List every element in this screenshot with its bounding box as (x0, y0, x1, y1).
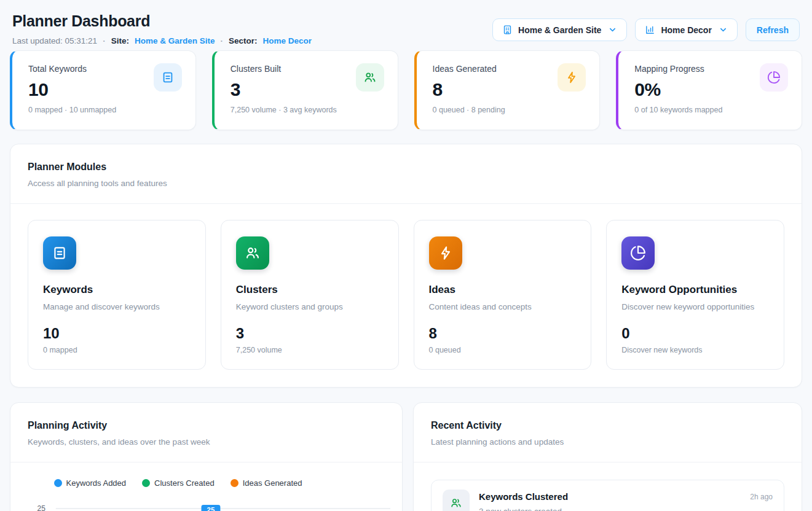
meta-separator: · (103, 36, 106, 45)
chevron-down-icon (719, 25, 728, 34)
chart-legend: Keywords Added Clusters Created Ideas Ge… (0, 478, 374, 488)
pie-chart-icon (621, 236, 655, 270)
module-description: Manage and discover keywords (43, 302, 191, 311)
activity-title: Keywords Clustered (479, 491, 741, 502)
sector-label: Sector: (229, 36, 258, 45)
planning-activity-panel: Planning Activity Keywords, clusters, an… (10, 402, 403, 511)
legend-label: Ideas Generated (243, 478, 302, 488)
module-value: 8 (429, 325, 577, 342)
legend-dot (231, 479, 238, 487)
module-description: Keyword clusters and groups (236, 302, 384, 311)
pie-chart-icon (760, 63, 788, 92)
module-description: Discover new keyword opportunities (621, 302, 769, 311)
refresh-button[interactable]: Refresh (746, 18, 800, 41)
modules-grid: Keywords Manage and discover keywords 10… (10, 204, 802, 387)
last-updated-text: Last updated: 05:31:21 (12, 36, 97, 45)
stat-card-clusters-built: Clusters Built 3 7,250 volume · 3 avg ke… (212, 50, 398, 130)
planner-dashboard-page: Planner Dashboard Last updated: 05:31:21… (0, 0, 812, 511)
header-controls: Home & Garden Site Home Decor Refresh (492, 18, 800, 41)
module-value: 3 (236, 325, 384, 342)
module-subtext: 7,250 volume (236, 346, 384, 354)
meta-separator: · (220, 36, 223, 45)
module-subtext: 0 mapped (43, 346, 191, 354)
bolt-icon (429, 236, 462, 270)
section-subtitle: Access all planning tools and features (28, 179, 784, 188)
header-meta: Last updated: 05:31:21 · Site: Home & Ga… (12, 36, 312, 45)
section-title: Planner Modules (28, 162, 784, 173)
page-title: Planner Dashboard (12, 14, 312, 29)
site-selector-dropdown[interactable]: Home & Garden Site (492, 18, 627, 41)
planner-modules-header: Planner Modules Access all planning tool… (10, 144, 802, 203)
site-link[interactable]: Home & Garden Site (135, 36, 215, 45)
module-card-ideas[interactable]: Ideas Content ideas and concepts 8 0 que… (414, 220, 592, 370)
activity-item-body: Keywords Clustered 3 new clusters create… (479, 490, 741, 511)
stat-subtext: 0 mapped · 10 unmapped (28, 106, 181, 114)
document-icon (154, 63, 182, 92)
users-icon (356, 63, 384, 92)
users-icon (236, 236, 269, 270)
planner-modules-panel: Planner Modules Access all planning tool… (10, 144, 802, 388)
section-subtitle: Keywords, clusters, and ideas over the p… (28, 437, 385, 447)
section-title: Planning Activity (28, 420, 385, 431)
planning-activity-chart: 25 25 24 (10, 493, 402, 511)
header-left: Planner Dashboard Last updated: 05:31:21… (12, 14, 312, 45)
document-icon (43, 236, 76, 270)
stat-card-mapping-progress: Mapping Progress 0% 0 of 10 keywords map… (616, 50, 802, 130)
legend-item-keywords-added: Keywords Added (54, 478, 127, 488)
activity-timestamp: 2h ago (750, 490, 773, 501)
module-subtext: 0 queued (429, 346, 577, 354)
stat-subtext: 7,250 volume · 3 avg keywords (231, 106, 383, 114)
section-subtitle: Latest planning actions and updates (431, 437, 784, 447)
bottom-row: Planning Activity Keywords, clusters, an… (10, 402, 802, 511)
activity-description: 3 new clusters created (479, 507, 741, 511)
stat-card-total-keywords: Total Keywords 10 0 mapped · 10 unmapped (10, 50, 196, 130)
top-bar: Planner Dashboard Last updated: 05:31:21… (10, 14, 802, 45)
users-icon (443, 490, 470, 511)
planning-activity-header: Planning Activity Keywords, clusters, an… (10, 403, 402, 462)
y-axis-tick: 25 (37, 504, 46, 511)
point-label-badge: 25 (202, 505, 221, 511)
svg-text:25: 25 (207, 506, 215, 511)
module-value: 0 (621, 325, 769, 342)
recent-activity-header: Recent Activity Latest planning actions … (414, 403, 802, 462)
module-title: Clusters (236, 284, 384, 296)
legend-dot (54, 479, 62, 487)
site-label: Site: (111, 36, 129, 45)
sector-link[interactable]: Home Decor (262, 36, 312, 45)
module-title: Ideas (429, 284, 577, 296)
building-icon (502, 25, 513, 35)
sector-selector-value: Home Decor (661, 25, 711, 35)
chevron-down-icon (608, 25, 617, 34)
legend-item-ideas-generated: Ideas Generated (231, 478, 302, 488)
module-title: Keywords (43, 284, 191, 296)
module-card-keyword-opportunities[interactable]: Keyword Opportunities Discover new keywo… (606, 220, 784, 370)
module-description: Content ideas and concepts (429, 302, 577, 311)
section-title: Recent Activity (431, 420, 784, 431)
site-selector-value: Home & Garden Site (518, 25, 601, 35)
stat-subtext: 0 of 10 keywords mapped (634, 106, 787, 114)
module-card-keywords[interactable]: Keywords Manage and discover keywords 10… (28, 220, 206, 370)
activity-item-keywords-clustered: Keywords Clustered 3 new clusters create… (431, 480, 784, 511)
stats-row: Total Keywords 10 0 mapped · 10 unmapped… (10, 50, 802, 130)
recent-activity-panel: Recent Activity Latest planning actions … (413, 402, 802, 511)
legend-label: Clusters Created (154, 478, 215, 488)
module-card-clusters[interactable]: Clusters Keyword clusters and groups 3 7… (221, 220, 399, 370)
bar-chart-icon (645, 25, 655, 35)
sector-selector-dropdown[interactable]: Home Decor (635, 18, 737, 41)
module-subtext: Discover new keywords (621, 346, 769, 354)
bolt-icon (558, 63, 586, 92)
module-value: 10 (43, 325, 191, 342)
legend-label: Keywords Added (66, 478, 127, 488)
legend-item-clusters-created: Clusters Created (142, 478, 215, 488)
divider (414, 462, 802, 462)
legend-dot (142, 479, 150, 487)
stat-card-ideas-generated: Ideas Generated 8 0 queued · 8 pending (414, 50, 601, 130)
module-title: Keyword Opportunities (621, 284, 769, 296)
divider (10, 462, 402, 462)
stat-subtext: 0 queued · 8 pending (433, 106, 585, 114)
